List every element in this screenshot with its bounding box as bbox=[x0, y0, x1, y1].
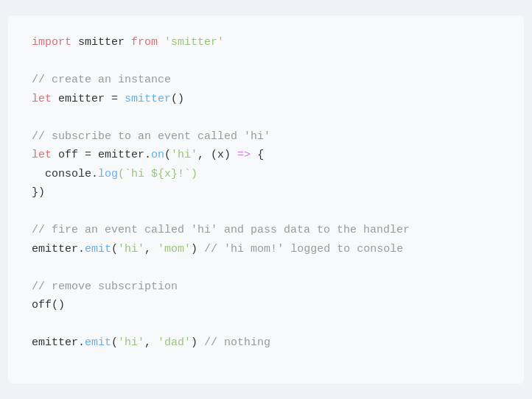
code-token: let bbox=[32, 149, 52, 161]
code-token: emitter = bbox=[52, 93, 125, 105]
code-line: off() bbox=[32, 296, 500, 315]
code-token: 'smitter' bbox=[164, 36, 224, 49]
code-line: // subscribe to an event called 'hi' bbox=[32, 127, 500, 146]
code-token: ( bbox=[111, 336, 118, 349]
code-blank-line bbox=[32, 315, 500, 334]
code-line: emitter.emit('hi', 'mom') // 'hi mom!' l… bbox=[32, 240, 500, 259]
code-token: { bbox=[251, 149, 264, 161]
code-token: ( bbox=[164, 149, 171, 161]
code-token: on bbox=[151, 149, 164, 161]
code-line: // fire an event called 'hi' and pass da… bbox=[32, 221, 500, 240]
code-token bbox=[158, 36, 164, 49]
code-token: // fire an event called 'hi' and pass da… bbox=[32, 224, 410, 236]
code-token: // nothing bbox=[204, 336, 270, 349]
code-blank-line bbox=[32, 202, 500, 222]
code-line: let emitter = smitter() bbox=[32, 90, 500, 109]
code-blank-line bbox=[32, 108, 500, 127]
code-token: 'hi' bbox=[171, 149, 197, 161]
code-token: // remove subscription bbox=[32, 280, 178, 293]
code-token: emit bbox=[85, 336, 111, 349]
code-token: // 'hi mom!' logged to console bbox=[204, 243, 403, 255]
code-token: ) bbox=[191, 336, 204, 349]
code-content: import smitter from 'smitter'// create a… bbox=[32, 33, 500, 353]
code-blank-line bbox=[32, 258, 500, 278]
code-token: 'hi' bbox=[118, 336, 144, 349]
code-line: // remove subscription bbox=[32, 278, 500, 297]
code-token: , (x) bbox=[197, 149, 237, 161]
code-token: (`hi ${x}!`) bbox=[118, 168, 197, 180]
code-line: import smitter from 'smitter' bbox=[32, 33, 500, 52]
code-token: emit bbox=[85, 243, 111, 255]
code-token: 'mom' bbox=[158, 243, 191, 255]
code-token: from bbox=[131, 36, 158, 49]
code-token: 'dad' bbox=[158, 336, 191, 349]
code-token: console. bbox=[32, 168, 98, 180]
code-token: off() bbox=[32, 299, 65, 311]
code-line: emitter.emit('hi', 'dad') // nothing bbox=[32, 333, 500, 353]
code-token: , bbox=[144, 243, 158, 255]
code-token: 'hi' bbox=[118, 243, 144, 255]
code-line: console.log(`hi ${x}!`) bbox=[32, 165, 500, 184]
code-token: // create an instance bbox=[32, 74, 171, 86]
code-token: }) bbox=[32, 186, 45, 199]
code-line: // create an instance bbox=[32, 71, 500, 90]
code-token: off = emitter. bbox=[52, 149, 151, 161]
code-token: => bbox=[237, 149, 251, 161]
code-token: emitter. bbox=[32, 336, 85, 349]
code-token: smitter bbox=[125, 93, 171, 105]
code-block: import smitter from 'smitter'// create a… bbox=[8, 15, 524, 384]
code-token: let bbox=[32, 93, 52, 105]
code-token: emitter. bbox=[32, 243, 85, 255]
code-blank-line bbox=[32, 52, 500, 71]
code-line: let off = emitter.on('hi', (x) => { bbox=[32, 146, 500, 165]
code-token: log bbox=[98, 168, 118, 180]
code-token: ) bbox=[191, 243, 204, 255]
code-token: () bbox=[171, 93, 184, 105]
code-token: ( bbox=[111, 243, 118, 255]
code-line: }) bbox=[32, 183, 500, 202]
code-token: smitter bbox=[71, 36, 131, 49]
code-token: , bbox=[144, 336, 158, 349]
code-token: // subscribe to an event called 'hi' bbox=[32, 130, 270, 143]
code-token: import bbox=[32, 36, 71, 49]
